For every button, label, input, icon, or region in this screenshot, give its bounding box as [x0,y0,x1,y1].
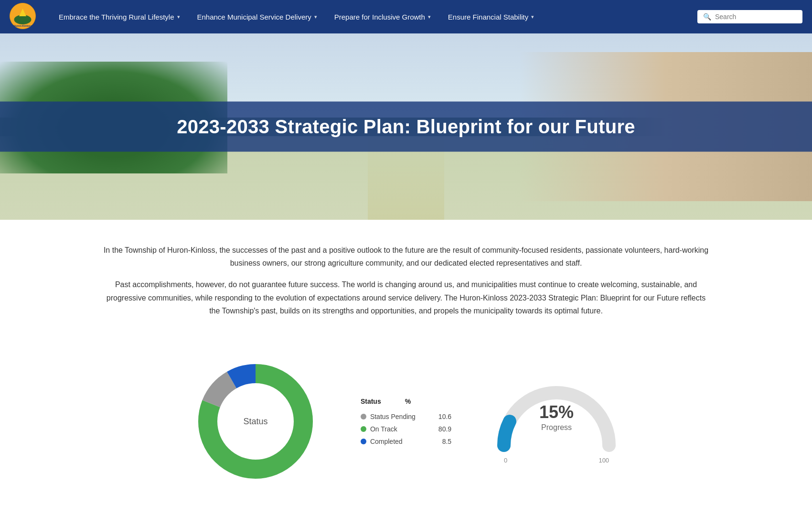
gauge-chart: 15% Progress 0 100 [490,378,623,464]
legend-pct-completed: 8.5 [442,438,451,445]
legend-dot-completed [361,439,366,444]
nav-inclusive-growth[interactable]: Prepare for Inclusive Growth ▾ [326,0,439,33]
chevron-down-icon: ▾ [428,14,431,20]
nav-rural-lifestyle[interactable]: Embrace the Thriving Rural Lifestyle ▾ [50,0,189,33]
hero-title: 2023-2033 Strategic Plan: Blueprint for … [29,116,783,138]
charts-section: Status Status % Status Pending 10.6 On T… [0,340,812,505]
chevron-down-icon: ▾ [531,14,534,20]
intro-para-2: Past accomplishments, however, do not gu… [100,278,712,317]
nav-municipal-service[interactable]: Enhance Municipal Service Delivery ▾ [189,0,326,33]
gauge-min-label: 0 [504,457,507,464]
legend-label-completed: Completed [370,438,419,445]
hero-section: 2023-2033 Strategic Plan: Blueprint for … [0,33,812,220]
gauge-percentage: 15% [539,402,574,422]
navbar: Huron-Kinloss Embrace the Thriving Rural… [0,0,812,33]
legend-pct-ontrack: 80.9 [438,425,451,433]
nav-financial-stability[interactable]: Ensure Financial Stability ▾ [439,0,543,33]
content-section: In the Township of Huron-Kinloss, the su… [72,220,740,340]
legend-item-pending: Status Pending 10.6 [361,413,451,420]
legend-pct-pending: 10.6 [438,413,451,420]
legend-item-completed: Completed 8.5 [361,438,451,445]
legend-dot-ontrack [361,426,366,432]
legend-dot-pending [361,414,366,419]
donut-chart: Status [189,355,322,488]
gauge-label: Progress [539,423,574,432]
legend-header: Status % [361,398,451,405]
gauge-center: 15% Progress [539,402,574,432]
legend-label-ontrack: On Track [370,425,416,433]
donut-center-label: Status [243,416,267,426]
chevron-down-icon: ▾ [177,14,180,20]
legend-item-ontrack: On Track 80.9 [361,425,451,433]
search-icon: 🔍 [703,13,711,21]
search-box: 🔍 [697,10,802,23]
nav-links: Embrace the Thriving Rural Lifestyle ▾ E… [50,0,697,33]
chart-legend: Status % Status Pending 10.6 On Track 80… [361,398,451,445]
hero-overlay: 2023-2033 Strategic Plan: Blueprint for … [0,102,812,152]
logo[interactable]: Huron-Kinloss [10,3,50,31]
svg-text:Huron-Kinloss: Huron-Kinloss [14,24,32,27]
chevron-down-icon: ▾ [314,14,317,20]
gauge-max-label: 100 [598,457,609,464]
search-input[interactable] [715,13,797,21]
gauge-ticks: 0 100 [504,457,609,464]
intro-para-1: In the Township of Huron-Kinloss, the su… [100,244,712,269]
legend-label-pending: Status Pending [370,413,416,420]
